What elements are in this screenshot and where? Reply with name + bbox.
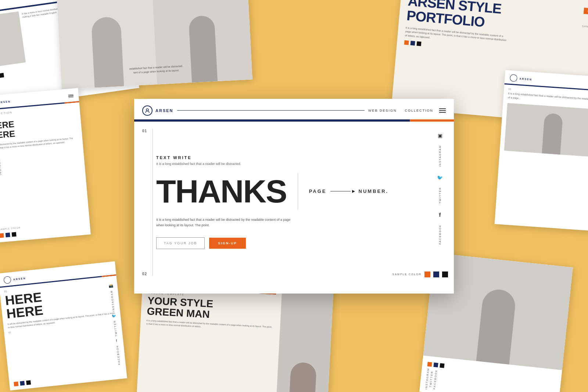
nav-line xyxy=(177,110,365,111)
nav-collection: COLLECTION xyxy=(405,109,433,112)
tag-job-button[interactable]: TAG YOUR JOB xyxy=(156,237,205,249)
bg-logo-rm xyxy=(510,74,517,82)
number-label: NUMBER. xyxy=(359,188,389,194)
bg-slide-top-center: established fact that a reader will be d… xyxy=(56,0,252,89)
slide-header: ARSEN WEB DESIGN COLLECTION xyxy=(134,99,454,119)
facebook-icon: f xyxy=(439,212,441,218)
sample-color-label: SAMPLE COLOR xyxy=(392,273,422,276)
bg-brand-rm: ARSEN xyxy=(519,77,532,80)
bg-logo-bl xyxy=(3,276,11,284)
twitter-label: TWITTER xyxy=(439,187,441,204)
color-swatch-navy xyxy=(433,271,439,277)
color-swatch-orange xyxy=(424,271,430,277)
cta-row: TAG YOUR JOB SIGN-UP xyxy=(156,237,431,249)
color-swatch-black xyxy=(442,271,448,277)
text-write-label: TEXT WRITE xyxy=(156,155,431,160)
thanks-divider xyxy=(298,173,298,210)
text-write-sub: It is a long established fact that a rea… xyxy=(156,162,431,166)
main-slide: ARSEN WEB DESIGN COLLECTION 01 TEXT WRIT… xyxy=(134,99,454,294)
thanks-row: THANKS PAGE NUMBER. xyxy=(156,173,431,210)
facebook-label: FACEBOOK xyxy=(439,224,441,245)
instagram-label: INSTAGRAM xyxy=(439,145,441,167)
body-text: It is a long established fact that a rea… xyxy=(156,217,296,229)
svg-point-0 xyxy=(146,109,148,111)
page-number-area: PAGE NUMBER. xyxy=(309,188,389,194)
bg-slide-left-mid: ARSEN COLLECTION 01 HEREHERE It will be … xyxy=(0,88,91,242)
logo-circle xyxy=(142,105,153,116)
slide-body: 01 TEXT WRITE It is a long established f… xyxy=(134,122,454,283)
nav-web-design: WEB DESIGN xyxy=(368,109,397,112)
arrow-line xyxy=(330,191,351,191)
arrow-head xyxy=(352,190,355,193)
menu-icon[interactable] xyxy=(439,108,446,113)
slide-number-01: 01 xyxy=(142,129,147,133)
thanks-text: THANKS xyxy=(156,175,287,208)
brand-name: ARSEN xyxy=(155,108,173,113)
sample-color-row: SAMPLE COLOR xyxy=(392,271,448,277)
page-label: PAGE xyxy=(309,188,327,194)
nav-items: WEB DESIGN COLLECTION xyxy=(368,109,433,112)
bg-slide-right-mid: ARSEN 01 It is a long established fact t… xyxy=(495,70,588,231)
twitter-icon: 🐦 xyxy=(437,175,443,180)
slide-number-02: 02 xyxy=(142,272,147,276)
social-sidebar: ▣ INSTAGRAM 🐦 TWITTER f FACEBOOK xyxy=(431,129,443,276)
sign-up-button[interactable]: SIGN-UP xyxy=(209,238,246,249)
bg-slide-bottom-left: ARSEN 01 HEREHERE It will be distracted … xyxy=(0,261,127,391)
vertical-line xyxy=(153,129,153,276)
main-content: TEXT WRITE It is a long established fact… xyxy=(156,129,431,276)
bg-brand-lm: ARSEN xyxy=(0,100,11,104)
bg-brand-bl: ARSEN xyxy=(13,277,26,281)
page-arrow xyxy=(330,190,355,193)
instagram-icon: ▣ xyxy=(438,133,442,139)
